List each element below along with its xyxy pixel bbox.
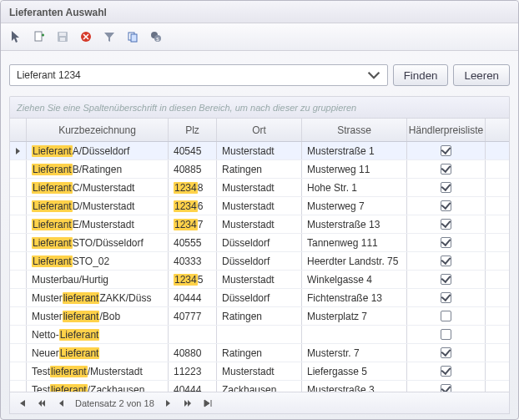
pager-last-icon[interactable]	[201, 397, 214, 410]
cell-pad	[486, 252, 509, 270]
group-panel[interactable]: Ziehen Sie eine Spaltenüberschrift in di…	[9, 96, 510, 118]
cell-ort: Musterstadt	[217, 179, 302, 196]
table-row[interactable]: Lieferant STO/Düsseldorf40555DüsseldorfT…	[10, 234, 509, 252]
checkbox-icon[interactable]	[441, 384, 451, 392]
checkbox-icon[interactable]	[441, 219, 451, 230]
cell-name: Lieferant B/Ratingen	[27, 160, 169, 178]
cell-str: Musterplatz 7	[302, 307, 407, 325]
table-row[interactable]: Musterlieferant/Bob40777RatingenMusterpl…	[10, 307, 509, 326]
cell-ort: Düsseldorf	[217, 234, 302, 251]
pointer-icon[interactable]	[6, 27, 26, 47]
copy-icon[interactable]	[123, 27, 143, 47]
cell-hp[interactable]	[407, 234, 486, 251]
cell-pad	[486, 326, 509, 343]
checkbox-icon[interactable]	[441, 366, 451, 377]
pager-first-icon[interactable]	[15, 397, 28, 410]
chevron-down-icon[interactable]	[367, 68, 380, 82]
cell-str: Musterstr. 7	[302, 344, 407, 362]
row-indicator	[10, 252, 27, 270]
row-indicator	[10, 307, 27, 325]
cell-ort: Musterstadt	[217, 197, 302, 215]
cell-hp[interactable]	[407, 381, 486, 392]
cell-name: Lieferant D/Musterstadt	[27, 197, 169, 215]
cell-hp[interactable]	[407, 179, 486, 196]
table-row[interactable]: Musterlieferant ZAKK/Düss40444Düsseldorf…	[10, 289, 509, 307]
cell-hp[interactable]	[407, 326, 486, 343]
cell-name: Neuer Lieferant	[27, 344, 169, 362]
checkbox-icon[interactable]	[441, 292, 451, 303]
cell-hp[interactable]	[407, 271, 486, 288]
dialog-window: Lieferanten Auswahl $ Lieferant 1234 Fin…	[0, 0, 519, 420]
currency-icon[interactable]: $	[146, 27, 166, 47]
checkbox-icon[interactable]	[441, 347, 451, 358]
cell-str: Winkelgasse 4	[302, 271, 407, 288]
save-icon[interactable]	[53, 27, 73, 47]
cell-pad	[486, 197, 509, 215]
table-row[interactable]: Lieferant C/Musterstadt12348MusterstadtH…	[10, 179, 509, 197]
grid-body[interactable]: Lieferant A/Düsseldorf40545MusterstadtMu…	[10, 142, 509, 392]
table-row[interactable]: Lieferant E/Musterstadt12347MusterstadtM…	[10, 215, 509, 234]
table-row[interactable]: Lieferant A/Düsseldorf40545MusterstadtMu…	[10, 142, 509, 160]
checkbox-icon[interactable]	[441, 311, 451, 321]
cell-hp[interactable]	[407, 252, 486, 270]
delete-icon[interactable]	[76, 27, 96, 47]
col-header-str[interactable]: Strasse	[302, 119, 407, 141]
new-icon[interactable]	[29, 27, 49, 47]
col-header-hp[interactable]: Händlerpreisliste	[407, 119, 486, 141]
pager-nextpage-icon[interactable]	[181, 397, 194, 410]
find-button[interactable]: Finden	[393, 64, 449, 86]
checkbox-icon[interactable]	[441, 182, 451, 193]
table-row[interactable]: Lieferant B/Ratingen40885RatingenMusterw…	[10, 160, 509, 179]
cell-plz	[169, 326, 217, 343]
cell-ort: Ratingen	[217, 160, 302, 178]
row-indicator	[10, 197, 27, 215]
cell-plz: 12345	[169, 271, 217, 288]
table-row[interactable]: Lieferant STO_0240333DüsseldorfHeerdter …	[10, 252, 509, 271]
data-grid: Kurzbezeichnung Plz Ort Strasse Händlerp…	[9, 118, 510, 414]
cell-hp[interactable]	[407, 215, 486, 233]
pager-next-icon[interactable]	[161, 397, 174, 410]
row-indicator	[10, 289, 27, 306]
table-row[interactable]: Neuer Lieferant40880RatingenMusterstr. 7	[10, 344, 509, 362]
row-indicator	[10, 362, 27, 380]
checkbox-icon[interactable]	[441, 145, 451, 156]
table-row[interactable]: Lieferant D/Musterstadt12346MusterstadtM…	[10, 197, 509, 215]
table-row[interactable]: Testlieferant/Musterstadt11223Musterstad…	[10, 362, 509, 381]
cell-pad	[486, 381, 509, 392]
checkbox-icon[interactable]	[441, 200, 451, 211]
cell-hp[interactable]	[407, 307, 486, 325]
cell-pad	[486, 234, 509, 251]
search-value: Lieferant 1234	[17, 69, 81, 81]
cell-hp[interactable]	[407, 160, 486, 178]
cell-hp[interactable]	[407, 197, 486, 215]
cell-name: Testlieferant/Musterstadt	[27, 362, 169, 380]
cell-hp[interactable]	[407, 362, 486, 380]
cell-plz: 12348	[169, 179, 217, 196]
cell-hp[interactable]	[407, 344, 486, 362]
search-input[interactable]: Lieferant 1234	[9, 64, 388, 86]
checkbox-icon[interactable]	[441, 329, 451, 340]
col-header-plz[interactable]: Plz	[169, 119, 217, 141]
checkbox-icon[interactable]	[441, 274, 451, 285]
checkbox-icon[interactable]	[441, 237, 451, 248]
table-row[interactable]: Netto-Lieferant	[10, 326, 509, 344]
checkbox-icon[interactable]	[441, 164, 451, 175]
cell-hp[interactable]	[407, 142, 486, 159]
cell-str: Heerdter Landstr. 75	[302, 252, 407, 270]
cell-name: Testlieferant/Zackhausen	[27, 381, 169, 392]
cell-str: Tannenweg 111	[302, 234, 407, 251]
col-header-name[interactable]: Kurzbezeichnung	[27, 119, 169, 141]
cell-hp[interactable]	[407, 289, 486, 306]
table-row[interactable]: Testlieferant/Zackhausen40444ZackhausenM…	[10, 381, 509, 392]
checkbox-icon[interactable]	[441, 256, 451, 266]
pager-prev-icon[interactable]	[55, 397, 68, 410]
col-header-ort[interactable]: Ort	[217, 119, 302, 141]
pager-prevpage-icon[interactable]	[35, 397, 48, 410]
cell-name: Lieferant A/Düsseldorf	[27, 142, 169, 159]
cell-plz: 40880	[169, 344, 217, 362]
filter-icon[interactable]	[99, 27, 119, 47]
clear-button[interactable]: Leeren	[453, 64, 510, 86]
svg-rect-2	[59, 33, 66, 36]
cell-plz: 11223	[169, 362, 217, 380]
table-row[interactable]: Musterbau/Hurtig12345MusterstadtWinkelga…	[10, 271, 509, 289]
